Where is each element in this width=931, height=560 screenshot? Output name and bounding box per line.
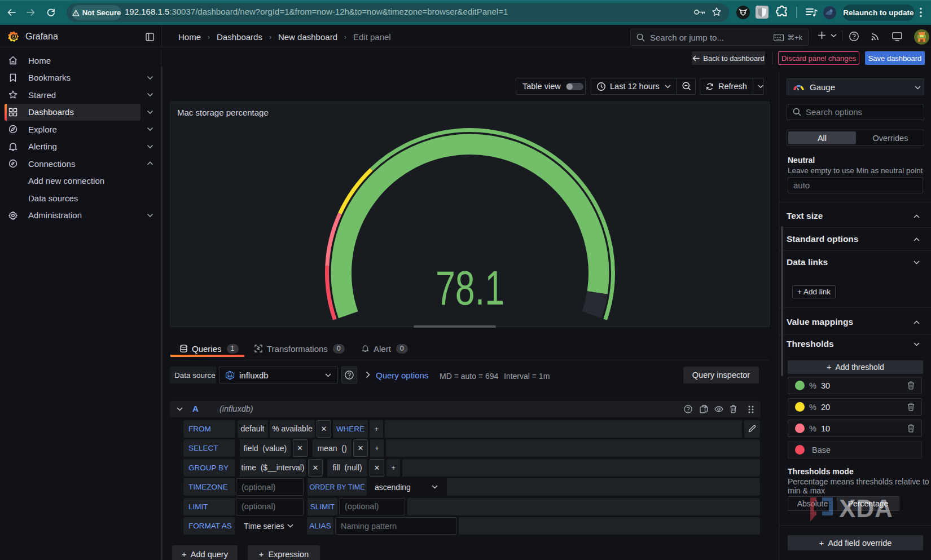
svg-text:78.1: 78.1 bbox=[436, 261, 504, 315]
